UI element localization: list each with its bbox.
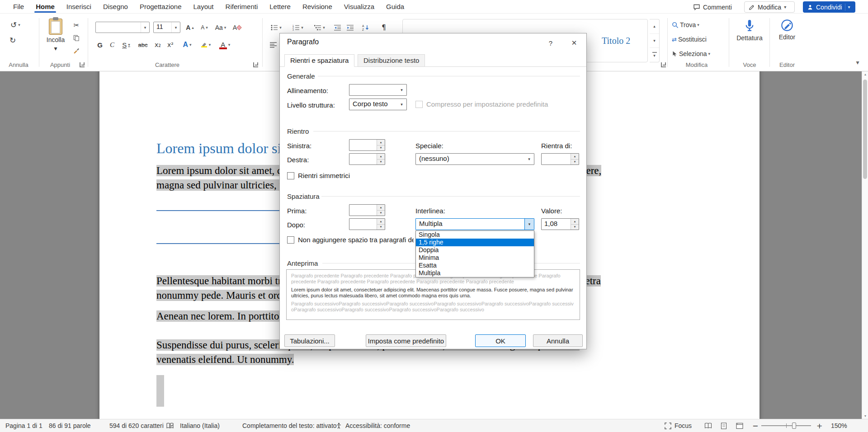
dictate-button[interactable]: Dettatura	[732, 16, 767, 59]
option-singola[interactable]: Singola	[416, 231, 534, 239]
checkbox-box[interactable]	[287, 172, 294, 179]
valore-spinner[interactable]: 1,08 ▴▾	[541, 218, 579, 230]
rientri-simmetrici-checkbox[interactable]: Rientri simmetrici	[287, 172, 350, 179]
text-effects-button[interactable]: A▾	[179, 39, 195, 51]
tabulazioni-button[interactable]: Tabulazioni...	[284, 334, 335, 347]
zoom-slider-thumb[interactable]	[792, 423, 796, 429]
interlinea-dropdown-button[interactable]: ▾	[524, 219, 534, 230]
dialog-help-button[interactable]: ?	[544, 37, 557, 49]
format-painter-button[interactable]	[71, 45, 82, 56]
scroll-up-icon[interactable]: ▴	[862, 72, 868, 76]
numbering-button[interactable]: 123 ▾	[289, 22, 307, 33]
styles-dialog-launcher[interactable]	[661, 62, 666, 67]
text-completion-status[interactable]: Completamento del testo: attivato	[242, 419, 337, 432]
font-color-button[interactable]: A ▾	[216, 39, 233, 51]
option-1-5-righe[interactable]: 1,5 righe	[416, 239, 534, 246]
option-doppia[interactable]: Doppia	[416, 246, 534, 254]
ok-button[interactable]: OK	[475, 334, 526, 347]
comments-button[interactable]: Commenti	[689, 1, 736, 13]
imposta-predefinito-button[interactable]: Imposta come predefinito	[366, 334, 446, 347]
char-count[interactable]: 594 di 620 caratteri	[109, 419, 164, 432]
replace-button[interactable]: ⇄ Sostituisci	[672, 33, 720, 45]
editor-button[interactable]: Editor	[772, 16, 802, 59]
copy-button[interactable]	[71, 33, 82, 43]
tab-layout[interactable]: Layout	[188, 0, 220, 14]
tab-disegno[interactable]: Disegno	[97, 0, 134, 14]
read-mode-button[interactable]	[704, 423, 712, 432]
tab-inserisci[interactable]: Inserisci	[61, 0, 97, 14]
change-case-button[interactable]: Aa▾	[212, 22, 229, 33]
font-name-combo[interactable]: ▾	[95, 22, 150, 33]
underline-button[interactable]: S▾	[118, 39, 134, 51]
allineamento-dropdown-button[interactable]: ▾	[397, 85, 406, 95]
spellcheck-icon[interactable]	[166, 423, 174, 432]
clipboard-dialog-launcher[interactable]	[80, 62, 85, 67]
prima-spinner[interactable]: ▴▾	[349, 204, 385, 216]
valore-down-button[interactable]: ▾	[571, 225, 579, 230]
decrease-indent-button[interactable]	[332, 22, 344, 33]
italic-button[interactable]: C	[107, 39, 118, 51]
sort-button[interactable]: AZ	[359, 22, 373, 33]
document-line[interactable]: nonummy pede. Mauris et orci.	[156, 288, 287, 303]
prima-up-button[interactable]: ▴	[377, 205, 385, 211]
font-dialog-launcher[interactable]	[253, 62, 258, 67]
tab-riferimenti[interactable]: Riferimenti	[220, 0, 264, 14]
tab-progettazione[interactable]: Progettazione	[134, 0, 188, 14]
shrink-font-button[interactable]: A▾	[198, 22, 211, 33]
gallery-down-button[interactable]: ▾	[650, 34, 659, 48]
valore-up-button[interactable]: ▴	[571, 219, 579, 225]
superscript-button[interactable]: x²	[165, 39, 176, 51]
bold-button[interactable]: G	[94, 39, 106, 51]
sinistra-spinner[interactable]: ▴▾	[349, 139, 385, 151]
language-status[interactable]: Italiano (Italia)	[180, 419, 220, 432]
prima-down-button[interactable]: ▾	[377, 211, 385, 216]
tab-home[interactable]: Home	[30, 0, 61, 14]
option-esatta[interactable]: Esatta	[416, 262, 534, 269]
no-space-checkbox[interactable]: Non aggiungere spazio tra paragrafi dell…	[287, 236, 414, 244]
share-button[interactable]: Condividi ▾	[803, 1, 855, 13]
strikethrough-button[interactable]: abc	[136, 39, 150, 51]
sinistra-down-button[interactable]: ▾	[377, 146, 385, 151]
tab-file[interactable]: File	[7, 0, 30, 14]
dialog-close-button[interactable]: ✕	[567, 37, 581, 49]
gallery-up-button[interactable]: ▴	[650, 19, 659, 34]
option-minima[interactable]: Minima	[416, 254, 534, 262]
highlight-color-button[interactable]: ▾	[197, 39, 214, 51]
paste-button[interactable]: Incolla ▾	[43, 16, 68, 59]
select-button[interactable]: Seleziona ▾	[672, 48, 717, 60]
dopo-up-button[interactable]: ▴	[377, 219, 385, 225]
page-count[interactable]: Pagina 1 di 1	[5, 419, 42, 432]
option-multipla[interactable]: Multipla	[416, 269, 534, 277]
rientra-di-spinner[interactable]: ▴▾	[541, 153, 579, 165]
speciale-dropdown-button[interactable]: ▾	[524, 154, 534, 164]
livello-dropdown-button[interactable]: ▾	[397, 99, 406, 110]
document-line[interactable]: venenatis eleifend. Ut nonummy.	[156, 352, 294, 367]
style-item-titolo-2[interactable]: Titolo 2	[602, 36, 630, 46]
grow-font-button[interactable]: A▴	[184, 22, 196, 33]
tab-revisione[interactable]: Revisione	[297, 0, 338, 14]
zoom-slider[interactable]	[761, 425, 811, 426]
livello-combo[interactable]: Corpo testo ▾	[349, 99, 407, 110]
dopo-down-button[interactable]: ▾	[377, 225, 385, 230]
allineamento-combo[interactable]: ▾	[349, 84, 407, 96]
font-size-combo[interactable]: 11 ▾	[153, 22, 180, 33]
destra-up-button[interactable]: ▴	[377, 154, 385, 160]
bullets-button[interactable]: ▾	[268, 22, 285, 33]
rientra-di-down-button[interactable]: ▾	[571, 160, 579, 165]
dialog-tab-rientri[interactable]: Rientri e spaziatura	[284, 54, 354, 67]
editing-mode-button[interactable]: Modifica ▾	[744, 1, 795, 13]
dopo-spinner[interactable]: ▴▾	[349, 218, 385, 230]
word-count[interactable]: 86 di 91 parole	[49, 419, 91, 432]
accessibility-status[interactable]: Accessibilità: conforme	[345, 419, 410, 432]
checkbox-box[interactable]	[287, 236, 294, 244]
print-layout-button[interactable]	[721, 423, 727, 432]
show-formatting-button[interactable]: ¶	[378, 22, 390, 33]
speciale-combo[interactable]: (nessuno) ▾	[415, 153, 534, 165]
vertical-scrollbar[interactable]: ▴ ▾	[862, 71, 868, 419]
sinistra-up-button[interactable]: ▴	[377, 140, 385, 146]
tab-visualizza[interactable]: Visualizza	[338, 0, 380, 14]
multilevel-list-button[interactable]: ▾	[311, 22, 328, 33]
annulla-button[interactable]: Annulla	[533, 334, 583, 347]
destra-spinner[interactable]: ▴▾	[349, 153, 385, 165]
gallery-more-button[interactable]: ▾	[650, 48, 659, 62]
